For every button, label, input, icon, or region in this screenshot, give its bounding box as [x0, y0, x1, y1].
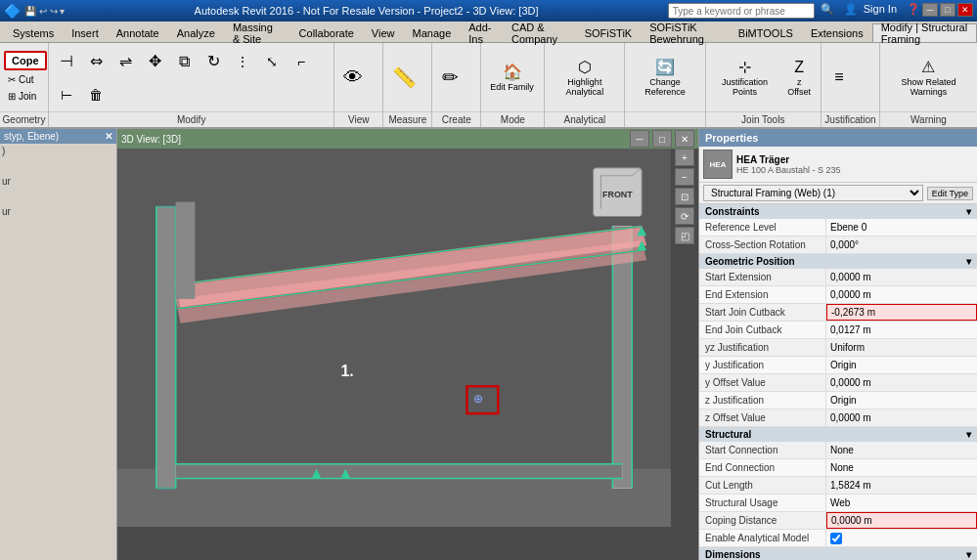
join-button[interactable]: ⊞ Join — [4, 89, 47, 104]
minimize-button[interactable]: ─ — [922, 3, 938, 17]
coping-distance-value[interactable]: 0,0000 m — [826, 512, 977, 529]
rotate-button[interactable]: ↻ — [200, 49, 227, 73]
create-btn[interactable]: ✏ — [436, 63, 464, 92]
create-label: Create — [432, 111, 480, 127]
copy-button[interactable]: ⧉ — [170, 50, 198, 73]
prop-start-extension: Start Extension 0,0000 m — [699, 269, 977, 286]
tab-view[interactable]: View — [363, 23, 404, 42]
tab-insert[interactable]: Insert — [63, 23, 108, 42]
element-icon: HEA — [703, 150, 733, 179]
viewport-min-btn[interactable]: ─ — [630, 130, 649, 148]
trim-button[interactable]: ⌐ — [288, 51, 315, 72]
analytical-label: Analytical — [545, 111, 624, 127]
justification-btn[interactable]: ≡ — [825, 65, 853, 89]
tab-analyze[interactable]: Analyze — [168, 23, 224, 42]
svg-text:⊕: ⊕ — [473, 392, 483, 406]
modify-group-content: ⊣ ⇔ ⇌ ✥ ⧉ ↻ ⋮ ⤡ ⌐ ⊢ 🗑 — [49, 43, 333, 111]
change-reference-btn[interactable]: 🔄 Change Reference — [629, 55, 700, 100]
z-offset-btn[interactable]: Z z Offset — [781, 56, 817, 100]
just-icon: ≡ — [834, 68, 843, 86]
tab-sofistik-bew[interactable]: SOFiSTiK Bewehrung — [641, 23, 730, 42]
svg-rect-15 — [176, 464, 623, 479]
tab-sofistik[interactable]: SOFiSTiK — [576, 23, 642, 42]
viewport[interactable]: 3D View: [3D] ─ □ ✕ — [117, 129, 698, 560]
zoom-in-btn[interactable]: + — [675, 149, 694, 166]
highlight-analytical-btn[interactable]: ⬡ Highlight Analytical — [549, 55, 620, 100]
left-panel-item-1: ) — [2, 146, 114, 156]
move-icon: ✥ — [149, 52, 161, 70]
justification-group: ≡ Justification — [822, 43, 880, 127]
move-button[interactable]: ✥ — [141, 49, 168, 73]
cut-button[interactable]: ✂ Cut — [4, 72, 47, 87]
structural-section-header[interactable]: Structural ▾ — [699, 427, 977, 442]
help-icon[interactable]: ❓ — [907, 3, 920, 19]
close-button[interactable]: ✕ — [957, 3, 973, 17]
viewport-title: 3D View: [3D] — [121, 134, 181, 145]
scale-button[interactable]: ⤡ — [258, 51, 286, 72]
tab-collaborate[interactable]: Collaborate — [290, 23, 363, 42]
join-icon: ⊞ — [8, 91, 16, 102]
warning-label: Warning — [880, 111, 977, 127]
measure-btn[interactable]: 📏 — [387, 63, 422, 92]
zoom-out-btn[interactable]: − — [675, 168, 694, 186]
show-warnings-btn[interactable]: ⚠ Show Related Warnings — [884, 55, 973, 100]
tab-bimtools[interactable]: BiMTOOLS — [730, 23, 802, 42]
tab-addins[interactable]: Add-Ins — [460, 23, 503, 42]
align-button[interactable]: ⊣ — [53, 49, 80, 73]
geometric-section-header[interactable]: Geometric Position ▾ — [699, 254, 977, 269]
search-input[interactable] — [668, 3, 815, 19]
justification-points-btn[interactable]: ⊹ Justification Points — [710, 55, 780, 100]
start-join-cutback-value[interactable]: -0,2673 m — [826, 304, 977, 321]
measure-group-content: 📏 — [383, 43, 431, 111]
left-panel-close-button[interactable]: ✕ — [105, 131, 112, 142]
edit-type-button[interactable]: Edit Type — [927, 187, 973, 200]
instance-selector[interactable]: Structural Framing (Web) (1) — [703, 185, 923, 201]
array-button[interactable]: ⋮ — [229, 51, 256, 72]
tab-manage[interactable]: Manage — [404, 23, 461, 42]
delete-button[interactable]: 🗑 — [82, 84, 110, 106]
3d-scene: ⊕ 1. FRONT — [117, 149, 671, 527]
tab-extensions[interactable]: Extensions — [802, 23, 872, 42]
type-name: HEA Träger — [736, 154, 973, 165]
warning-content: ⚠ Show Related Warnings — [880, 43, 977, 111]
app-icon: 🔷 — [4, 3, 21, 19]
split-button[interactable]: ⊢ — [53, 84, 80, 106]
offset-button[interactable]: ⇔ — [82, 49, 110, 73]
tab-cad-company[interactable]: CAD & Company — [503, 23, 576, 42]
collapse-dim-icon: ▾ — [966, 549, 971, 560]
geometry-label: Geometry — [0, 111, 48, 127]
change-ref-icon: 🔄 — [655, 58, 675, 76]
viewport-close-btn[interactable]: ✕ — [675, 130, 694, 148]
constraints-section-header[interactable]: Constraints ▾ — [699, 204, 977, 219]
prop-cut-length: Cut Length 1,5824 m — [699, 477, 977, 495]
viewport-restore-btn[interactable]: □ — [652, 130, 672, 148]
search-icon[interactable]: 🔍 — [821, 3, 834, 19]
mirror-button[interactable]: ⇌ — [111, 49, 139, 73]
array-icon: ⋮ — [236, 54, 249, 69]
properties-panel: Properties HEA HEA Träger HE 100 A Baust… — [698, 129, 977, 560]
change-ref-group: 🔄 Change Reference — [625, 43, 705, 127]
create-group: ✏ Create — [432, 43, 481, 127]
warning-icon: ⚠ — [921, 58, 935, 76]
analytical-model-checkbox[interactable] — [830, 533, 842, 544]
join-tools-group: ⊹ Justification Points Z z Offset Join T… — [706, 43, 822, 127]
dimensions-section-header[interactable]: Dimensions ▾ — [699, 547, 977, 560]
user-icon[interactable]: 👤 — [844, 3, 858, 19]
tab-annotate[interactable]: Annotate — [108, 23, 168, 42]
edit-family-btn[interactable]: 🏠 Edit Family — [485, 60, 539, 95]
prop-z-offset: z Offset Value 0,0000 m — [699, 409, 977, 427]
zoom-fit-btn[interactable]: ⊡ — [675, 188, 694, 205]
modify-label: Modify — [49, 111, 333, 127]
tab-massing[interactable]: Massing & Site — [224, 23, 290, 42]
cope-button[interactable]: Cope — [4, 51, 47, 70]
user-label[interactable]: Sign In — [864, 3, 897, 19]
tab-systems[interactable]: Systems — [4, 23, 63, 42]
view-cube-btn[interactable]: ◰ — [675, 227, 694, 244]
prop-start-connection: Start Connection None — [699, 442, 977, 459]
maximize-button[interactable]: □ — [940, 3, 955, 17]
view-btn[interactable]: 👁 — [338, 64, 368, 92]
3d-orbit-btn[interactable]: ⟳ — [675, 207, 694, 225]
mirror-icon: ⇌ — [119, 52, 132, 70]
tab-modify-framing[interactable]: Modify | Structural Framing — [872, 23, 977, 42]
align-icon: ⊣ — [60, 52, 73, 70]
